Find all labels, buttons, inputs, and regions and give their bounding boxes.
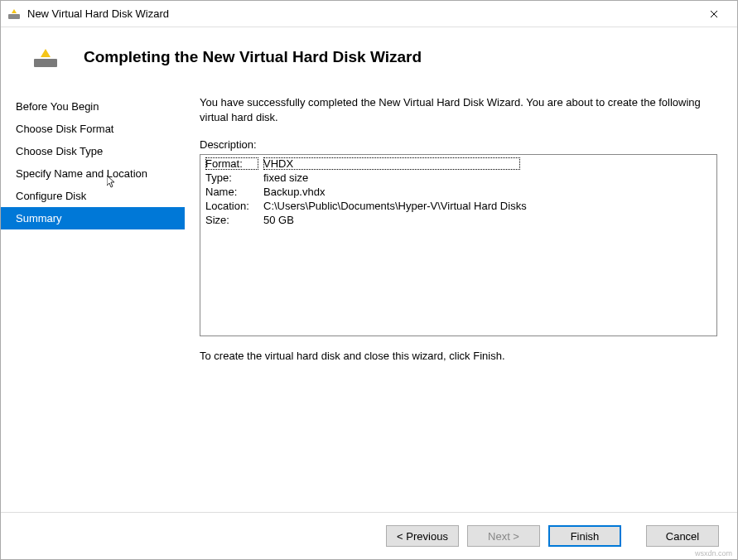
desc-value: 50 GB [263,214,711,226]
sidebar-item-choose-disk-type[interactable]: Choose Disk Type [1,140,185,162]
sidebar-item-specify-name-location[interactable]: Specify Name and Location [1,162,185,185]
sidebar-item-configure-disk[interactable]: Configure Disk [1,185,185,207]
titlebar: New Virtual Hard Disk Wizard [1,1,737,27]
desc-value: VHDX [263,157,520,170]
description-box: Format: VHDX Type: fixed size Name: Back… [200,154,717,336]
disk-wizard-icon [7,7,21,21]
sidebar-item-before-you-begin[interactable]: Before You Begin [1,95,185,118]
desc-row-location: Location: C:\Users\Public\Documents\Hype… [205,199,711,213]
sidebar-item-label: Before You Begin [16,100,99,113]
next-button: Next > [467,525,540,547]
page-heading: Completing the New Virtual Hard Disk Wiz… [84,48,422,66]
wizard-window: New Virtual Hard Disk Wizard Completing … [0,0,738,560]
close-button[interactable] [697,2,731,26]
sidebar-item-label: Choose Disk Type [16,145,103,157]
instruction-text: To create the virtual hard disk and clos… [200,350,717,362]
previous-button[interactable]: < Previous [386,525,459,547]
sidebar-item-choose-disk-format[interactable]: Choose Disk Format [1,118,185,140]
finish-button[interactable]: Finish [548,525,621,547]
wizard-footer: < Previous Next > Finish Cancel [1,513,737,559]
wizard-content: You have successfully completed the New … [185,90,737,512]
desc-key: Size: [205,214,263,226]
desc-row-format: Format: VHDX [205,157,711,171]
watermark: wsxdn.com [695,549,732,558]
close-icon [710,10,718,18]
sidebar-item-label: Choose Disk Format [16,123,113,135]
desc-row-name: Name: Backup.vhdx [205,185,711,199]
desc-key: Type: [205,171,263,184]
sidebar-item-label: Configure Disk [16,190,86,202]
wizard-body: Before You Begin Choose Disk Format Choo… [1,90,737,513]
wizard-header: Completing the New Virtual Hard Disk Wiz… [1,27,737,90]
desc-value: C:\Users\Public\Documents\Hyper-V\Virtua… [263,200,711,212]
desc-value: fixed size [263,171,711,184]
cancel-button[interactable]: Cancel [646,525,719,547]
desc-key: Format: [205,157,258,170]
desc-row-size: Size: 50 GB [205,213,711,227]
desc-key: Name: [205,186,263,198]
desc-key: Location: [205,200,263,212]
desc-row-type: Type: fixed size [205,171,711,185]
sidebar-item-summary[interactable]: Summary [1,207,185,229]
sidebar-item-label: Summary [16,212,62,224]
description-label: Description: [200,138,717,151]
window-title: New Virtual Hard Disk Wizard [27,7,697,20]
desc-value: Backup.vhdx [263,186,711,198]
sidebar-item-label: Specify Name and Location [16,167,147,180]
wizard-steps-sidebar: Before You Begin Choose Disk Format Choo… [1,90,185,512]
disk-wizard-large-icon [32,44,59,70]
intro-text: You have successfully completed the New … [200,95,717,125]
